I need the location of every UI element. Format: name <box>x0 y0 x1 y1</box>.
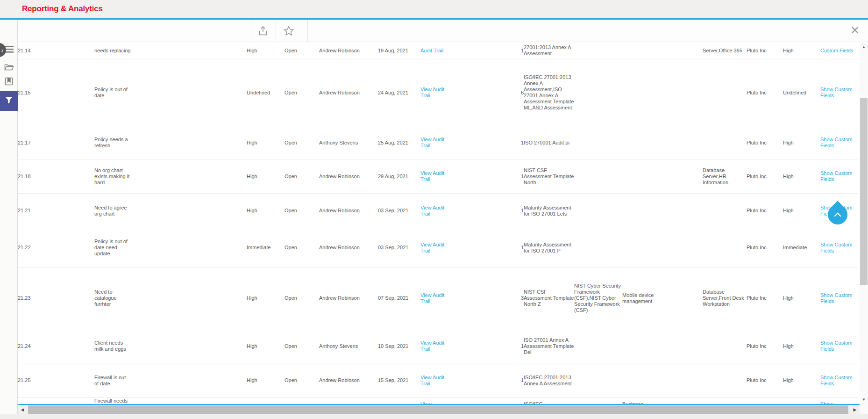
view-audit-trail-link[interactable]: View Audit Trail <box>420 170 449 182</box>
scroll-up-icon[interactable]: ▲ <box>860 43 868 51</box>
cell-priority: High <box>247 48 257 54</box>
cell-priority: High <box>247 295 257 301</box>
cell-id: 21.18 <box>18 173 31 180</box>
cell-assets: Server,Office 365 <box>703 48 742 54</box>
show-custom-fields-link[interactable]: Show Custom Fields <box>820 137 858 149</box>
cell-priority2: High <box>783 140 794 146</box>
cell-description: Need to catalogue furrhter <box>94 289 131 307</box>
view-audit-trail-link[interactable]: Audit Trail <box>420 48 443 54</box>
cell-description: No org chart exists making it hard <box>94 167 131 186</box>
cell-date: 07 Sep, 2021 <box>378 295 408 301</box>
cell-status: Open <box>285 208 297 214</box>
cell-status: Open <box>285 377 297 383</box>
cell-company: Pluto Inc <box>747 377 767 383</box>
show-custom-fields-link[interactable]: Show Custom Fields <box>820 242 858 254</box>
close-icon[interactable]: ✕ <box>848 24 861 37</box>
show-custom-fields-link[interactable]: Show Custom Fields <box>820 340 858 352</box>
toolbar-separator <box>251 20 251 42</box>
horizontal-scrollbar[interactable]: ◀ ▶ <box>18 405 860 414</box>
show-custom-fields-link[interactable]: Custom Fields <box>820 48 853 54</box>
cell-priority: High <box>247 377 257 383</box>
table-row: 21.21Need to agree org chartHighOpenAndr… <box>18 194 858 228</box>
view-audit-trail-link[interactable]: View Audit Trail <box>420 137 449 149</box>
cell-priority2: High <box>783 377 794 383</box>
cell-description: Policy is out of date need update <box>94 238 131 257</box>
cell-status: Open <box>285 173 297 180</box>
bookmark-icon[interactable] <box>4 76 14 87</box>
sidebar-item-filter-active[interactable] <box>0 91 18 111</box>
view-audit-trail-link[interactable]: View Audit Trail <box>420 87 449 99</box>
cell-assets: Database Server,HR Information <box>703 167 747 186</box>
view-audit-trail-link[interactable]: View Audit Trail <box>420 340 449 352</box>
cell-status: Open <box>285 343 297 349</box>
view-audit-trail-link[interactable]: View Audit Trail <box>420 205 449 217</box>
cell-priority: Immediate <box>247 245 270 251</box>
horizontal-scroll-thumb[interactable] <box>28 405 848 414</box>
cell-assessment: ISO 270001 Audit pi <box>524 140 569 146</box>
show-custom-fields-link[interactable]: Show Custom Fields <box>820 375 858 387</box>
cell-assessment: 27001:2013 Annex A Assessment <box>524 44 574 57</box>
toolbar-separator <box>307 20 308 42</box>
cell-assessment: ISO/IEC <box>524 401 542 405</box>
cell-priority: High <box>247 140 257 146</box>
chevron-up-icon <box>834 212 841 217</box>
export-icon[interactable] <box>256 24 270 37</box>
cell-owner: Anthony Stevens <box>319 343 358 349</box>
cell-company: Pluto Inc <box>747 173 767 180</box>
vertical-scrollbar[interactable]: ▲ ▼ <box>860 42 868 414</box>
view-audit-trail-link[interactable]: View Audit Trail <box>420 292 449 304</box>
view-audit-trail-link[interactable]: View <box>420 401 432 405</box>
scroll-left-icon[interactable]: ◀ <box>18 405 27 414</box>
cell-date: 03 Sep, 2021 <box>378 245 408 251</box>
cell-assessment: NIST CSF Assessment Template North Z <box>524 289 574 307</box>
table-row: 21.24Client needs milk and eggsHighOpenA… <box>18 329 858 363</box>
cell-status: Open <box>285 90 297 96</box>
scroll-right-icon[interactable]: ▶ <box>850 405 860 414</box>
cell-priority: High <box>247 173 257 180</box>
app-header: Reporting & Analytics <box>0 0 868 18</box>
cell-date: 24 Aug, 2021 <box>378 90 408 96</box>
cell-date: 10 Sep, 2021 <box>378 343 408 349</box>
cell-status: Open <box>285 245 297 251</box>
cell-id: 21.24 <box>18 343 31 349</box>
cell-id: 21.14 <box>18 48 31 54</box>
view-audit-trail-link[interactable]: View Audit Trail <box>420 375 449 387</box>
cell-id: 21.23 <box>18 295 31 301</box>
scroll-down-icon[interactable]: ▼ <box>860 396 868 403</box>
view-audit-trail-link[interactable]: View Audit Trail <box>420 242 449 254</box>
cell-owner: Andrew Robinson <box>319 48 360 54</box>
cell-priority: High <box>247 343 257 349</box>
show-custom-fields-link[interactable]: Show Custom Fields <box>820 170 858 182</box>
cell-company: Pluto Inc <box>747 48 767 54</box>
cell-date: 19 Aug, 2021 <box>378 48 408 54</box>
cell-priority2: High <box>783 48 794 54</box>
toolbar-separator <box>276 20 276 42</box>
cell-frameworks: NIST Cyber Security Framework (CSF),NIST… <box>574 283 622 313</box>
cell-status: Open <box>285 140 297 146</box>
cell-priority: High <box>247 208 257 214</box>
cell-priority2: Undefined <box>783 90 806 96</box>
page-title: Reporting & Analytics <box>22 4 103 14</box>
star-icon[interactable] <box>282 24 295 37</box>
toolbar: ✕ <box>18 20 868 42</box>
show-custom-fields-link[interactable]: Show <box>820 401 833 405</box>
cell-priority: Undefined <box>247 90 270 96</box>
cell-priority2: High <box>783 343 794 349</box>
table-row: 21.25Firewall is out of dateHighOpenAndr… <box>18 363 858 398</box>
show-custom-fields-link[interactable]: Show Custom Fields <box>820 87 858 99</box>
cell-date: 15 Sep, 2021 <box>378 377 408 383</box>
cell-owner: Anthony Stevens <box>319 140 358 146</box>
cell-date: 25 Aug, 2021 <box>378 140 408 146</box>
cell-assessment: ISO/IEC 27001:2013 Annex A Assessment <box>524 375 574 387</box>
cell-owner: Andrew Robinson <box>319 377 360 383</box>
cell-description: Firewall needs to <box>94 398 131 405</box>
vertical-scroll-thumb[interactable] <box>860 98 868 285</box>
show-custom-fields-link[interactable]: Show Custom Fields <box>820 292 858 304</box>
cell-owner: Andrew Robinson <box>319 208 360 214</box>
cell-id: 21.17 <box>18 140 31 146</box>
table-row: 21.22Policy is out of date need updateIm… <box>18 228 858 267</box>
report-grid: 21.14needs replacingHighOpenAndrew Robin… <box>18 42 860 405</box>
cell-assessment: ISO 27001 Annex A Assessment Template De… <box>524 337 574 355</box>
report-table: 21.14needs replacingHighOpenAndrew Robin… <box>18 42 858 405</box>
folder-icon[interactable] <box>4 62 14 72</box>
